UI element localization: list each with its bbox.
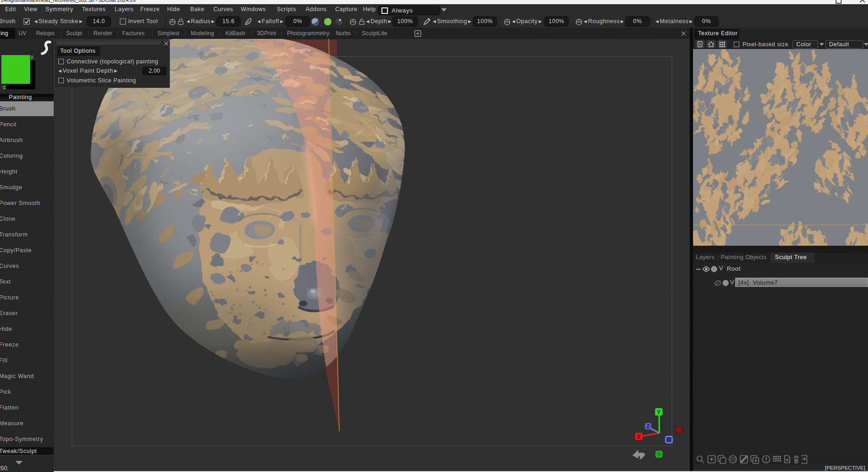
- svg-text:Z: Z: [647, 423, 650, 429]
- svg-text:X: X: [637, 434, 641, 440]
- svg-text:Y: Y: [657, 409, 661, 416]
